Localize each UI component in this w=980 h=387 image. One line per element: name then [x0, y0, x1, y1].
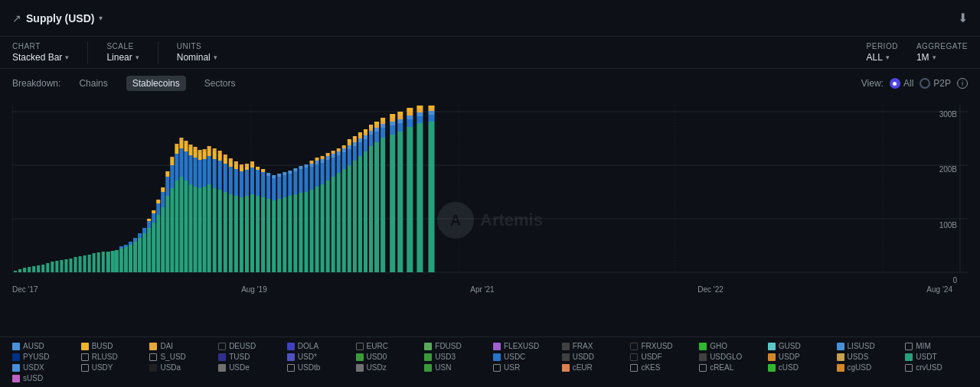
svg-rect-241: [428, 115, 434, 122]
svg-rect-107: [229, 194, 233, 272]
legend-label: USDGLO: [710, 353, 742, 361]
svg-rect-164: [315, 158, 319, 161]
legend-swatch: [837, 364, 844, 372]
legend-swatch: [699, 343, 707, 350]
svg-rect-153: [299, 166, 302, 169]
svg-rect-86: [198, 150, 202, 153]
period-select[interactable]: ALL ▾: [867, 52, 890, 63]
chart-type-group: CHART Stacked Bar ▾: [12, 42, 69, 63]
svg-rect-66: [175, 144, 178, 147]
svg-rect-147: [288, 171, 292, 174]
svg-rect-54: [161, 192, 165, 207]
legend-swatch: [837, 343, 844, 350]
legend-item: USDX: [12, 363, 75, 372]
svg-rect-152: [299, 169, 302, 193]
svg-rect-238: [416, 109, 423, 112]
legend-item: cREAL: [699, 363, 762, 372]
svg-rect-63: [175, 180, 178, 272]
svg-rect-155: [304, 167, 308, 192]
view-all-radio[interactable]: All: [890, 78, 913, 89]
svg-rect-157: [309, 190, 313, 272]
svg-rect-9: [14, 271, 17, 272]
legend-item: FDUSD: [424, 342, 487, 350]
legend-swatch: [905, 343, 913, 350]
svg-rect-192: [353, 142, 357, 146]
svg-rect-181: [342, 169, 346, 272]
svg-rect-84: [198, 160, 202, 188]
legend-label: MIM: [916, 342, 930, 350]
svg-rect-204: [364, 129, 368, 132]
view-p2p-radio[interactable]: P2P: [920, 78, 951, 89]
legend-item: GUSD: [768, 342, 831, 350]
legend-item: cgUSD: [837, 363, 900, 372]
svg-rect-103: [224, 192, 227, 272]
svg-rect-43: [142, 228, 146, 233]
scale-select[interactable]: Linear ▾: [106, 52, 139, 63]
watermark-text: Artemis: [480, 210, 543, 230]
legend-swatch: [218, 343, 226, 350]
legend-item: DOLA: [287, 342, 350, 350]
legend-swatch: [218, 353, 226, 361]
svg-rect-168: [321, 156, 325, 159]
svg-rect-163: [315, 161, 319, 164]
svg-rect-30: [111, 251, 115, 272]
view-info-icon[interactable]: i: [957, 78, 968, 89]
legend-item: USDe: [218, 363, 281, 372]
svg-rect-138: [272, 175, 276, 178]
legend-swatch: [493, 353, 501, 361]
svg-rect-80: [194, 158, 198, 187]
view-p2p-label: P2P: [933, 78, 951, 89]
svg-rect-191: [353, 146, 357, 161]
svg-rect-68: [179, 148, 183, 177]
aggregate-select[interactable]: 1M ▾: [916, 52, 936, 63]
svg-rect-179: [337, 151, 341, 155]
svg-rect-228: [397, 115, 403, 119]
units-select[interactable]: Nominal ▾: [177, 52, 217, 63]
chart-type-select[interactable]: Stacked Bar ▾: [12, 52, 69, 63]
legend-item: LISUSD: [837, 342, 900, 350]
legend-item: USDz: [356, 363, 419, 372]
chart-container: A Artemis: [12, 104, 968, 337]
svg-rect-97: [213, 151, 217, 159]
svg-rect-196: [358, 142, 362, 156]
legend-swatch: [424, 343, 432, 350]
legend-label: USDS: [848, 353, 869, 361]
svg-rect-244: [428, 106, 434, 108]
legend-label: cEUR: [573, 363, 593, 372]
legend-swatch: [12, 375, 20, 382]
units-value: Nominal: [177, 52, 211, 63]
svg-rect-188: [348, 142, 351, 145]
legend-swatch: [287, 353, 295, 361]
title-area[interactable]: ↗ Supply (USD) ▾: [12, 12, 103, 24]
svg-rect-224: [390, 114, 395, 118]
svg-rect-100: [218, 161, 222, 190]
svg-rect-198: [358, 135, 362, 138]
svg-rect-150: [293, 168, 297, 171]
breakdown-stablecoins-button[interactable]: Stablecoins: [126, 76, 186, 91]
legend-swatch: [356, 343, 364, 350]
svg-rect-106: [224, 154, 227, 158]
svg-rect-56: [165, 196, 169, 272]
units-chevron: ▾: [214, 54, 217, 61]
svg-rect-128: [256, 170, 260, 196]
svg-rect-58: [165, 171, 169, 177]
svg-rect-187: [348, 145, 351, 149]
svg-rect-177: [337, 173, 341, 272]
period-chevron: ▾: [886, 54, 890, 61]
legend-label: USDtb: [298, 363, 320, 372]
svg-rect-18: [55, 261, 58, 272]
svg-rect-209: [369, 125, 373, 128]
svg-rect-194: [353, 136, 357, 139]
svg-rect-53: [161, 207, 165, 272]
svg-rect-217: [381, 124, 385, 128]
breakdown-sectors-button[interactable]: Sectors: [198, 76, 242, 91]
legend-label: USDa: [160, 363, 181, 372]
svg-rect-139: [277, 199, 281, 272]
svg-rect-123: [250, 194, 254, 272]
legend-swatch: [699, 364, 707, 372]
legend-label: USR: [504, 363, 520, 372]
chart-type-value: Stacked Bar: [12, 52, 62, 63]
breakdown-chains-button[interactable]: Chains: [73, 76, 113, 91]
download-button[interactable]: ⬇: [958, 11, 968, 25]
svg-rect-34: [124, 247, 128, 272]
